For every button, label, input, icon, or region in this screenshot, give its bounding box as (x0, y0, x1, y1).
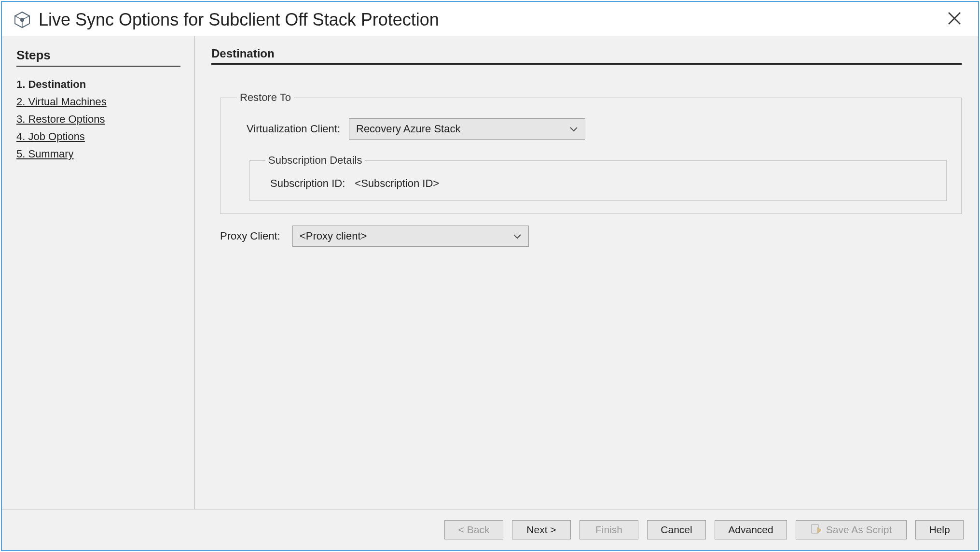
restore-to-fieldset: Restore To Virtualization Client: Recove… (220, 91, 962, 214)
finish-button[interactable]: Finish (580, 520, 638, 539)
restore-to-legend: Restore To (237, 91, 294, 104)
step-destination[interactable]: 1. Destination (16, 78, 180, 91)
close-button[interactable] (942, 11, 966, 28)
steps-sidebar: Steps 1. Destination 2. Virtual Machines… (2, 36, 195, 509)
step-virtual-machines[interactable]: 2. Virtual Machines (16, 96, 180, 108)
back-button[interactable]: < Back (444, 520, 503, 539)
virt-client-label: Virtualization Client: (235, 123, 349, 135)
step-summary[interactable]: 5. Summary (16, 148, 180, 160)
content-inner: Restore To Virtualization Client: Recove… (211, 65, 962, 247)
virt-client-select[interactable]: Recovery Azure Stack (349, 118, 585, 140)
chevron-down-icon (513, 233, 522, 239)
cancel-button[interactable]: Cancel (647, 520, 706, 539)
svg-marker-7 (817, 527, 821, 533)
help-button[interactable]: Help (915, 520, 964, 539)
next-button[interactable]: Next > (512, 520, 571, 539)
virt-client-value: Recovery Azure Stack (356, 123, 460, 135)
virt-client-row: Virtualization Client: Recovery Azure St… (235, 118, 947, 140)
subscription-fieldset: Subscription Details Subscription ID: <S… (249, 154, 947, 201)
main-panel: Destination Restore To Virtualization Cl… (195, 36, 978, 509)
body-area: Steps 1. Destination 2. Virtual Machines… (2, 36, 978, 509)
proxy-client-row: Proxy Client: <Proxy client> (220, 226, 962, 247)
subscription-id-label: Subscription ID: (263, 177, 355, 190)
svg-point-3 (20, 18, 24, 22)
save-as-script-label: Save As Script (826, 524, 892, 536)
app-icon (14, 11, 31, 28)
dialog-window: Live Sync Options for Subclient Off Stac… (1, 1, 979, 551)
chevron-down-icon (569, 126, 578, 132)
proxy-client-label: Proxy Client: (220, 230, 292, 242)
steps-header: Steps (16, 48, 180, 67)
title-bar: Live Sync Options for Subclient Off Stac… (2, 2, 978, 36)
window-title: Live Sync Options for Subclient Off Stac… (39, 10, 942, 30)
footer-bar: < Back Next > Finish Cancel Advanced Sav… (2, 509, 978, 550)
advanced-button[interactable]: Advanced (715, 520, 787, 539)
subscription-id-value: <Subscription ID> (355, 177, 439, 190)
script-icon (811, 524, 821, 537)
section-title: Destination (211, 47, 962, 65)
proxy-client-select[interactable]: <Proxy client> (292, 226, 529, 247)
subscription-legend: Subscription Details (265, 154, 365, 167)
save-as-script-button[interactable]: Save As Script (796, 520, 907, 539)
subscription-id-row: Subscription ID: <Subscription ID> (263, 177, 933, 190)
step-job-options[interactable]: 4. Job Options (16, 130, 180, 143)
step-restore-options[interactable]: 3. Restore Options (16, 113, 180, 126)
proxy-client-value: <Proxy client> (300, 230, 367, 242)
